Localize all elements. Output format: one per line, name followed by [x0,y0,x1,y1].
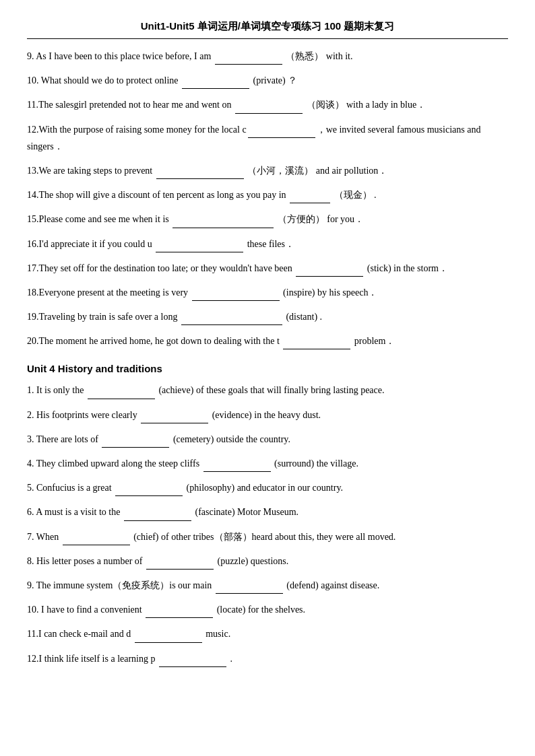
question-20: 20.The moment he arrived home, he got do… [27,332,508,349]
s2-question-8: 8. His letter poses a number of (puzzle)… [27,552,508,570]
question-12: 12.With the purpose of raising some mone… [27,121,508,155]
blank-11[interactable] [235,96,303,113]
blank-10[interactable] [182,71,249,89]
question-19: 19.Traveling by train is safe over a lon… [27,308,508,325]
blank-13[interactable] [156,162,244,179]
question-16: 16.I'd appreciate it if you could u thes… [27,235,508,252]
blank-16[interactable] [156,235,243,252]
s2-blank-8[interactable] [146,552,214,570]
blank-18[interactable] [192,283,280,301]
question-10: 10. What should we do to protect online … [27,71,508,89]
blank-9[interactable] [215,47,282,65]
question-13: 13.We are taking steps to prevent （小河，溪流… [27,162,508,179]
s2-blank-2[interactable] [141,406,208,423]
question-18: 18.Everyone present at the meeting is ve… [27,283,508,301]
question-9: 9. As I have been to this place twice be… [27,47,508,65]
blank-12[interactable] [248,121,315,138]
s2-blank-4[interactable] [203,454,271,472]
title-divider [27,38,508,39]
question-11: 11.The salesgirl pretended not to hear m… [27,96,508,113]
blank-14[interactable] [290,186,330,203]
s2-blank-11[interactable] [135,625,202,642]
s2-question-3: 3. There are lots of (cemetery) outside … [27,430,508,448]
question-15: 15.Please come and see me when it is （方便… [27,210,508,228]
s2-question-6: 6. A must is a visit to the (fascinate) … [27,503,508,520]
s2-question-10: 10. I have to find a convenient (locate)… [27,600,508,618]
s2-question-5: 5. Confucius is a great (philosophy) and… [27,479,508,496]
s2-blank-3[interactable] [102,430,169,448]
blank-15[interactable] [172,210,274,228]
blank-17[interactable] [296,259,363,277]
section1: 9. As I have been to this place twice be… [27,47,508,349]
section2: Unit 4 History and traditions 1. It is o… [27,363,508,666]
s2-question-11: 11.I can check e-mail and d music. [27,625,508,642]
s2-question-7: 7. When (chief) of other tribes（部落）heard… [27,528,508,545]
blank-20[interactable] [283,332,350,349]
s2-blank-5[interactable] [115,479,183,496]
s2-question-12: 12.I think life itself is a learning p . [27,650,508,667]
question-14: 14.The shop will give a discount of ten … [27,186,508,203]
s2-blank-1[interactable] [88,381,155,399]
blank-19[interactable] [181,308,282,325]
section2-title: Unit 4 History and traditions [27,363,508,374]
s2-blank-12[interactable] [159,650,226,667]
s2-blank-10[interactable] [146,600,213,618]
s2-blank-7[interactable] [63,528,130,545]
s2-blank-6[interactable] [124,503,191,520]
s2-question-9: 9. The immune system（免疫系统）is our main (d… [27,576,508,594]
s2-blank-9[interactable] [216,576,283,594]
page-title: Unit1-Unit5 单词运用/单词填空专项练习 100 题期末复习 [27,20,508,33]
question-17: 17.They set off for the destination too … [27,259,508,277]
s2-question-2: 2. His footprints were clearly (evidence… [27,406,508,423]
s2-question-1: 1. It is only the (achieve) of these goa… [27,381,508,399]
s2-question-4: 4. They climbed upward along the steep c… [27,454,508,472]
